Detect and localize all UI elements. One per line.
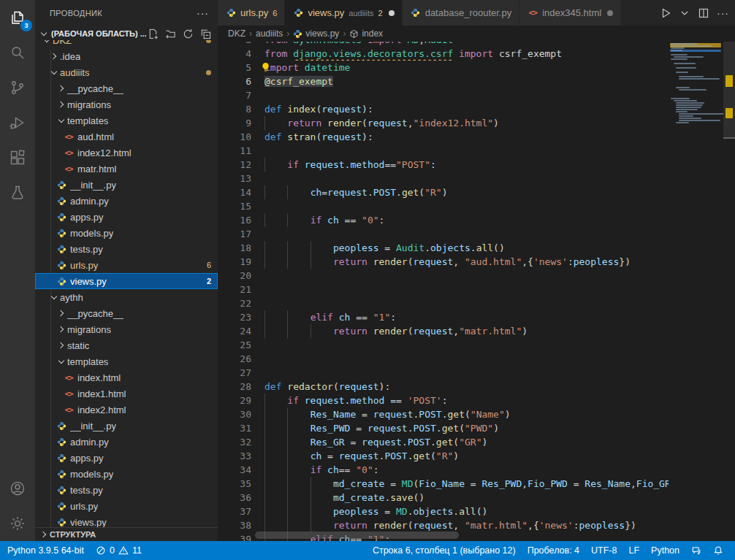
tree-file-views-py[interactable]: views.py2 [35,273,218,289]
tree-file-views-py[interactable]: views.py [35,514,218,527]
code-line-8: 8def index(request): [218,102,669,116]
tree-file-admin-py[interactable]: admin.py [35,434,218,450]
tree-folder-DKZ[interactable]: DKZ [35,40,218,48]
new-file-icon[interactable] [146,27,159,40]
tree-file-index2-html[interactable]: <>index2.html [35,402,218,418]
chevron-down-icon [48,291,60,303]
explorer-icon[interactable]: 3 [0,0,35,35]
extensions-icon[interactable] [0,140,35,175]
tree-file-admin-py[interactable]: admin.py [35,193,218,209]
tree-file-tests-py[interactable]: tests.py [35,241,218,257]
tree-folder-templates[interactable]: templates [35,353,218,369]
tab-index345-html[interactable]: <>index345.html [519,0,621,26]
breadcrumb-item-audiiits[interactable]: audiiits [256,28,283,39]
tree-folder-migrations[interactable]: migrations [35,321,218,337]
run-dropdown-chevron-icon[interactable] [679,7,690,19]
tab-label: views.py [308,7,344,18]
tree-item-label: tests.py [70,485,103,496]
feedback-icon[interactable] [685,541,707,560]
tab-urls-py[interactable]: urls.py6 [218,0,285,26]
vertical-scrollbar[interactable] [723,42,735,541]
tree-folder-audiiits[interactable]: audiiits [35,64,218,80]
testing-icon[interactable] [0,175,35,210]
tree-file--init-py[interactable]: __init__.py [35,418,218,434]
tree-folder-aythh[interactable]: aythh [35,289,218,305]
tree-file-index12-html[interactable]: <>index12.html [35,145,218,161]
eol-item[interactable]: LF [622,541,645,560]
source-control-icon[interactable] [0,70,35,105]
tab-label: database_roouter.py [425,7,512,18]
tree-folder--pycache-[interactable]: __pycache__ [35,305,218,321]
tree-folder-static[interactable]: static [35,337,218,353]
tree-file-matr-html[interactable]: <>matr.html [35,161,218,177]
tree-file-aud-html[interactable]: <>aud.html [35,129,218,145]
code-line-13: 13 [218,172,669,185]
run-button[interactable] [660,7,671,19]
lightbulb-icon[interactable] [260,62,271,73]
problems-item[interactable]: 0 11 [90,541,148,560]
cursor-position-item[interactable]: Строка 6, столбец 1 (выбрано 12) [367,541,522,560]
workspace-section-header[interactable]: (РАБОЧАЯ ОБЛАСТЬ) ... [35,26,218,42]
vertical-scrollbar-thumb[interactable] [723,42,735,139]
code-line-4: 4from django.views.decorators.csrf impor… [218,47,669,61]
dirty-dot[interactable] [607,10,613,16]
run-debug-icon[interactable] [0,105,35,140]
tree-item-label: apps.py [70,453,104,464]
tree-file-apps-py[interactable]: apps.py [35,209,218,225]
tree-folder-migrations[interactable]: migrations [35,96,218,112]
tree-file-models-py[interactable]: models.py [35,225,218,241]
breadcrumb-item-index[interactable]: index [349,28,383,39]
tab-views-py[interactable]: views.pyaudiiits2 [285,0,402,26]
breadcrumb-item-views-py[interactable]: views.py [293,28,339,39]
tree-file-tests-py[interactable]: tests.py [35,482,218,498]
chevron-right-icon [48,50,60,62]
tab-problems-badge: 6 [273,9,277,18]
horizontal-scrollbar-thumb[interactable] [255,532,459,539]
settings-gear-icon[interactable] [0,506,35,541]
code-line-34: 34 if ch== "0": [218,463,669,477]
python-interpreter-item[interactable]: Python 3.9.5 64-bit [0,541,90,560]
breadcrumb-separator: › [249,28,252,39]
collapse-all-icon[interactable] [199,27,212,40]
code-line-15: 15 [218,199,669,213]
chevron-down-icon [38,28,50,39]
breadcrumb-item-DKZ[interactable]: DKZ [228,28,245,39]
code-line-10: 10def stran(request): [218,130,669,144]
notifications-bell-icon[interactable] [707,541,729,560]
new-folder-icon[interactable] [164,27,177,40]
code-editor[interactable]: 3from aythh.models import MD,Audit4from … [218,42,735,541]
tree-file-index1-html[interactable]: <>index1.html [35,386,218,402]
tree-file-index-html[interactable]: <>index.html [35,369,218,386]
chevron-down-icon [48,66,60,78]
encoding-item[interactable]: UTF-8 [585,541,622,560]
search-icon[interactable] [0,35,35,70]
outline-section-header[interactable]: СТРУКТУРА [35,527,218,541]
line-number: 18 [218,241,251,255]
sidebar-more-icon[interactable]: ··· [197,7,209,19]
tree-folder--pycache-[interactable]: __pycache__ [35,80,218,96]
tree-folder--idea[interactable]: .idea [35,48,218,64]
python-file-icon [56,211,67,223]
tab-database-roouter-py[interactable]: database_roouter.py [403,0,520,26]
code-line-30: 30 Res_Name = request.POST.get("Name") [218,407,669,421]
indentation-item[interactable]: Пробелов: 4 [522,541,585,560]
python-file-icon [56,516,67,527]
tree-file-urls-py[interactable]: urls.py [35,498,218,514]
dirty-dot[interactable] [389,10,395,16]
chevron-down-icon [56,115,67,126]
language-mode-item[interactable]: Python [645,541,685,560]
refresh-icon[interactable] [181,27,194,40]
tree-item-label: migrations [67,99,111,110]
tree-file-urls-py[interactable]: urls.py6 [35,257,218,273]
minimap[interactable] [669,42,723,541]
account-icon[interactable] [0,471,35,506]
editor-more-icon[interactable]: ··· [717,7,729,19]
python-file-icon [56,500,67,512]
tree-folder-templates[interactable]: templates [35,112,218,129]
tree-item-label: .idea [60,51,80,62]
code-line-11: 11 [218,144,669,158]
split-editor-icon[interactable] [698,7,709,19]
tree-file-apps-py[interactable]: apps.py [35,450,218,466]
tree-file--init-py[interactable]: __init__.py [35,177,218,193]
tree-file-models-py[interactable]: models.py [35,466,218,482]
